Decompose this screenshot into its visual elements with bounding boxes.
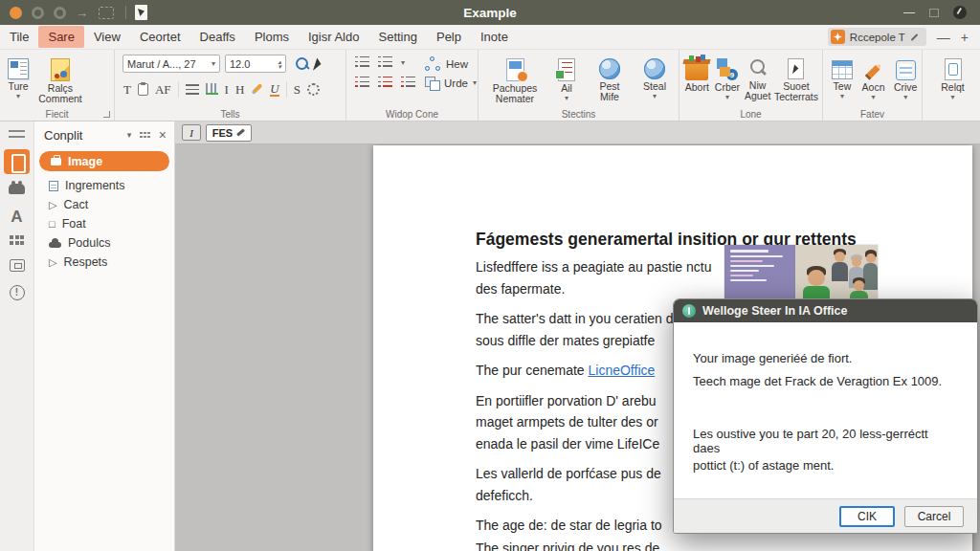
- menu-tile[interactable]: Tile: [0, 26, 38, 48]
- table-icon: [832, 60, 853, 79]
- minimize-button[interactable]: —: [903, 7, 915, 18]
- pen-icon[interactable]: [252, 83, 263, 95]
- info-icon[interactable]: !: [10, 285, 25, 300]
- redo-circle-icon[interactable]: [54, 7, 66, 19]
- briefcase-icon: [51, 158, 61, 165]
- sidebar-item-ingrements[interactable]: Ingrements: [34, 176, 174, 195]
- account-button[interactable]: Rccepole T: [828, 28, 926, 46]
- cancel-button[interactable]: Carcel: [904, 506, 964, 527]
- menu-setting[interactable]: Setting: [368, 26, 426, 48]
- abort-button[interactable]: Abort: [683, 54, 711, 102]
- chevron-down-icon: ▾: [212, 61, 215, 66]
- menu-sare[interactable]: Sare: [38, 26, 83, 48]
- list-red-lines-icon[interactable]: [378, 77, 392, 88]
- tab-cursor[interactable]: I: [182, 124, 201, 141]
- sidebar-item-image[interactable]: Image: [39, 151, 169, 171]
- screenshot-icon[interactable]: [99, 7, 114, 19]
- aocn-button[interactable]: Aocn ▾: [861, 54, 886, 99]
- hamburger-menu-icon[interactable]: [9, 130, 25, 138]
- close-button[interactable]: [953, 6, 967, 19]
- ok-button[interactable]: CIK: [839, 506, 895, 527]
- dialog-titlebar[interactable]: Welloge Steer In IA Office: [674, 299, 977, 322]
- globe-icon: [599, 58, 620, 79]
- find-button[interactable]: [295, 56, 310, 72]
- crive-button[interactable]: Crive ▾: [893, 54, 918, 99]
- sidebar-item-foat[interactable]: □ Foat: [34, 214, 174, 233]
- ribbon-group-last: Relqt ▾: [923, 50, 979, 121]
- font-tool-icon[interactable]: A: [11, 209, 22, 225]
- pachupes-nemater-button[interactable]: Pachupes Nemater: [486, 54, 544, 104]
- triangle-right-icon: ▷: [49, 257, 56, 268]
- licneoffice-link[interactable]: LicneOffice: [589, 363, 656, 378]
- bulleted-list-icon[interactable]: [378, 56, 392, 68]
- menu-igisr-aldo[interactable]: Igisr Aldo: [299, 26, 368, 48]
- sidebar-item-respets[interactable]: ▷ Respets: [34, 253, 174, 272]
- autoformat-button[interactable]: AF: [155, 83, 171, 96]
- select-cursor-icon[interactable]: [313, 57, 323, 72]
- document-app-icon: [135, 5, 147, 20]
- font-size-combo[interactable]: 12.0 ▴▾: [225, 55, 286, 73]
- urde-button[interactable]: Urde ▾: [425, 77, 477, 89]
- sidebar-item-podulcs[interactable]: Podulcs: [34, 233, 174, 253]
- panel-header: Conplit ▾ ×: [34, 121, 174, 148]
- text-tool-button[interactable]: T: [123, 83, 131, 96]
- align-lines-icon[interactable]: [186, 84, 199, 95]
- news-document-icon: [8, 58, 29, 79]
- numbered-list-icon[interactable]: [355, 56, 369, 68]
- hew-button[interactable]: Hew: [425, 56, 477, 71]
- comment-file-icon: [51, 58, 70, 81]
- ralcs-comment-button[interactable]: Ralçs Comment: [33, 54, 88, 104]
- clipboard-icon[interactable]: [138, 83, 148, 96]
- multilevel-list-icon[interactable]: [401, 77, 415, 88]
- panel-grid-icon[interactable]: [140, 132, 150, 139]
- chevron-down-icon[interactable]: ▾: [127, 130, 132, 140]
- font-name-combo[interactable]: Marut / A..., 27 ▾: [122, 55, 220, 73]
- shapes-tool-icon[interactable]: [9, 184, 25, 194]
- strikethrough-button[interactable]: S: [294, 83, 301, 96]
- chevron-down-icon: ▾: [16, 94, 20, 99]
- menu-pelp[interactable]: Pelp: [427, 26, 471, 48]
- gear-icon[interactable]: [307, 83, 320, 96]
- highlight-button[interactable]: H: [235, 83, 244, 96]
- tew-button[interactable]: Tew ▾: [831, 54, 854, 99]
- dialog-launcher-icon[interactable]: [103, 111, 110, 118]
- menu-deaffs[interactable]: Deaffs: [190, 26, 245, 48]
- titlebar-left-icons: →: [0, 5, 147, 20]
- suoet-tecterrats-button[interactable]: Suoet Tecterrats: [774, 54, 818, 102]
- collapse-ribbon-button[interactable]: —: [937, 31, 950, 44]
- columns-icon[interactable]: [206, 83, 218, 95]
- list-red-markers-icon[interactable]: [355, 77, 369, 88]
- menu-ceortet[interactable]: Ceortet: [130, 26, 190, 48]
- menubar: Tile Sare View Ceortet Deaffs Ploms Igis…: [0, 25, 980, 50]
- tab-fes[interactable]: FES: [206, 124, 252, 142]
- ture-button[interactable]: Ture ▾: [8, 54, 29, 104]
- menu-view[interactable]: View: [84, 26, 130, 48]
- panel-close-icon[interactable]: ×: [159, 128, 167, 142]
- forward-arrow-icon[interactable]: →: [76, 7, 88, 19]
- underline-button[interactable]: U: [270, 82, 278, 97]
- relqt-button[interactable]: Relqt ▾: [937, 54, 969, 99]
- ail-button[interactable]: Ail ▾: [549, 54, 584, 104]
- grid-tool-icon[interactable]: [10, 235, 24, 245]
- spinner-icon[interactable]: ▴▾: [278, 59, 281, 69]
- expand-ribbon-button[interactable]: +: [961, 31, 969, 44]
- crber-button[interactable]: 9 Crber ▾: [714, 54, 742, 102]
- titlebar: → Example —: [0, 0, 980, 25]
- menu-inote[interactable]: Inote: [471, 26, 518, 48]
- window-controls: —: [903, 6, 980, 19]
- maximize-button[interactable]: [929, 9, 939, 17]
- italic-button[interactable]: I: [225, 83, 229, 96]
- pest-mife-button[interactable]: Pest Mife: [590, 54, 630, 104]
- sidebar-item-cact[interactable]: ▷ Cact: [34, 195, 174, 214]
- steal-button[interactable]: Steal ▾: [635, 54, 674, 104]
- dialog-message-line: Les oustive you te part 20, 20 less-gerr…: [693, 427, 958, 455]
- undo-circle-icon[interactable]: [32, 7, 44, 19]
- panel-tab-image-active[interactable]: [4, 149, 30, 174]
- menu-ploms[interactable]: Ploms: [245, 26, 299, 48]
- overlap-squares-icon: [425, 77, 439, 89]
- window-tool-icon[interactable]: [10, 259, 25, 272]
- niw-aguet-button[interactable]: Niw Aguet: [744, 54, 771, 102]
- chevron-down-icon: ▾: [950, 95, 954, 99]
- chevron-down-icon[interactable]: ▾: [401, 60, 415, 65]
- edit-pen-icon: [910, 33, 918, 41]
